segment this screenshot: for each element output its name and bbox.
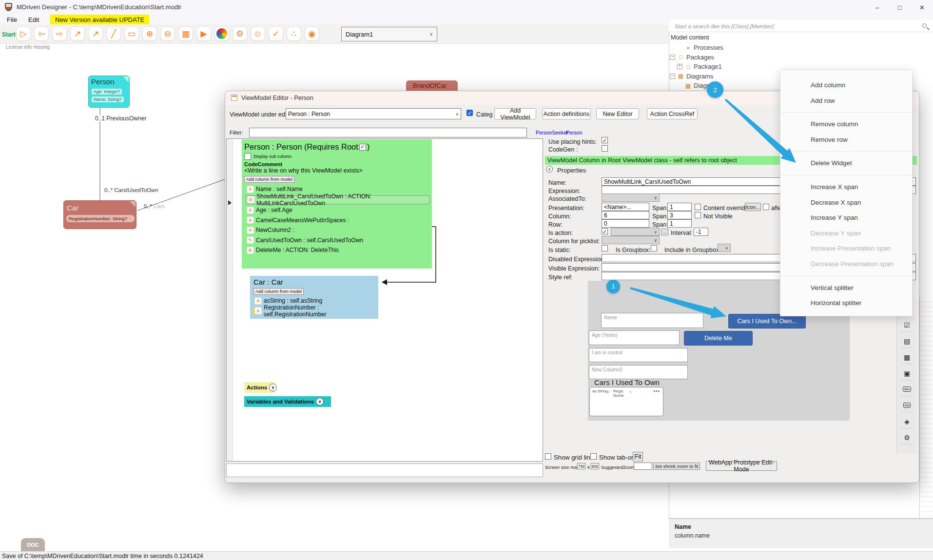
add-viewmodel-button[interactable]: Add ViewModel (494, 108, 536, 119)
codegen-checkbox[interactable] (602, 145, 608, 152)
variables-validations-bar[interactable]: Variables and Validations ∨ (244, 396, 331, 407)
row-field[interactable] (602, 219, 649, 228)
use-placing-hints-checkbox[interactable] (602, 137, 608, 143)
start-label[interactable]: Start! (2, 31, 17, 38)
presentation-field[interactable] (602, 203, 649, 211)
run-play-icon[interactable]: ▷ (16, 26, 31, 41)
viewmodel-column-row[interactable]: CarsIUsedToOwn : self.CarsIUsedToOwn (246, 236, 429, 245)
filter-input[interactable] (249, 128, 527, 137)
viewmodel-column-row[interactable]: CamelCaseMeansWePutInSpaces : (246, 216, 429, 225)
requires-root-checkbox[interactable] (359, 144, 366, 151)
webapp-prototype-button[interactable]: WebApp Prototype Edit-Mode (706, 461, 777, 471)
context-menu-item[interactable]: Decrease X span (780, 195, 912, 211)
association-arrow-icon[interactable]: ↗ (70, 26, 85, 41)
show-tab-order-checkbox[interactable] (590, 453, 597, 460)
ellipsis-button[interactable]: ... (661, 229, 668, 235)
window-grid-icon[interactable]: ▦ (178, 26, 193, 41)
viewmodel-column-row[interactable]: NewColumn2 : (246, 226, 429, 234)
actions-rosette-icon[interactable]: ◉ (305, 26, 319, 41)
context-menu-item[interactable]: Remove row (780, 132, 912, 148)
is-groupbox-checkbox[interactable] (651, 245, 657, 251)
action-select[interactable]: ∨ (611, 228, 660, 236)
button-widget-icon[interactable]: btn (900, 383, 914, 396)
not-visible-checkbox[interactable] (695, 212, 701, 218)
content-override-checkbox[interactable] (695, 204, 701, 210)
column-field[interactable] (602, 211, 649, 219)
window-run-icon[interactable]: ▶ (196, 26, 211, 41)
include-groupbox-select[interactable]: ∨ (718, 244, 731, 252)
context-menu-item[interactable]: Increase Presentation span (780, 241, 912, 256)
context-menu-item[interactable]: Vertical splitter (780, 280, 912, 296)
tree-expander[interactable]: + (677, 64, 682, 69)
settings-gears-icon[interactable]: ⚙ (233, 26, 247, 41)
maximize-button[interactable]: □ (889, 0, 911, 15)
tree-expander[interactable]: − (670, 74, 675, 79)
context-menu-item[interactable]: Remove column (780, 116, 912, 132)
color-wheel-icon[interactable] (214, 26, 229, 41)
preview-age-field[interactable]: Age (Years) (589, 330, 680, 345)
diagram-selector[interactable]: Diagram1 ∨ (341, 27, 437, 41)
viewmodel-column-row[interactable]: DeleteMe : ACTION: DeleteThis (246, 246, 429, 254)
collapse-properties-icon[interactable]: ∧ (546, 166, 553, 173)
car-viewmodel-class-box[interactable]: Car : Car Add column from model asString… (250, 276, 378, 319)
span-y-field[interactable] (667, 211, 692, 219)
preview-cars-grid[interactable]: as String ▼ Regis Numb ▼ ••• (589, 387, 663, 416)
show-grid-lines-checkbox[interactable] (545, 453, 551, 460)
is-action-checkbox[interactable] (602, 228, 608, 234)
calendar-widget-icon[interactable]: ▦ (900, 350, 914, 364)
context-menu-item[interactable]: Add column (780, 77, 912, 93)
screen-width-field[interactable] (577, 463, 585, 469)
context-menu-item[interactable]: Delete Widget (780, 155, 912, 171)
span-x-field[interactable] (667, 203, 692, 211)
viewmodel-window-icon[interactable]: ▭ (124, 26, 139, 41)
add-column-from-model-button[interactable]: Add column from model (253, 288, 304, 295)
nav-back-icon[interactable]: ⇦ (34, 26, 49, 41)
actions-section-bar[interactable]: Actions ∨ (244, 382, 274, 393)
viewport-widget-icon[interactable]: ⚙ (900, 431, 914, 444)
filter-icon[interactable]: ▼ (629, 390, 632, 394)
personseeker-link[interactable]: PersonSeeker (536, 130, 568, 135)
interval-field[interactable] (694, 228, 708, 236)
doc-tab[interactable]: DOC (21, 538, 45, 552)
new-editor-button[interactable]: New Editor (596, 108, 639, 119)
dashed-line-icon[interactable]: ╱ (106, 26, 121, 41)
action-crossref-button[interactable]: Action CrossRef (647, 108, 698, 119)
person-link[interactable]: Person (566, 130, 582, 135)
display-sub-column-checkbox[interactable] (244, 153, 251, 160)
preview-name-field[interactable]: Name (601, 313, 703, 328)
viewmodel-column-row[interactable]: Age : self.Age (246, 206, 429, 214)
dropdown-widget-icon[interactable]: ▤ (900, 334, 914, 348)
suggested-zoom-field[interactable] (634, 463, 652, 470)
filter-icon[interactable]: ▼ (607, 390, 610, 394)
after-checkbox[interactable] (763, 204, 769, 210)
tree-expander[interactable]: − (670, 55, 675, 60)
context-menu-item[interactable]: Increase X span (780, 179, 912, 195)
screen-height-field[interactable] (591, 463, 599, 469)
is-static-checkbox[interactable] (602, 245, 608, 251)
picklist-select[interactable]: ∨ (602, 236, 660, 244)
context-menu-item[interactable]: Add row (780, 93, 912, 109)
zoom-out-icon[interactable]: ⊖ (160, 26, 175, 41)
context-menu-item[interactable]: Increase Y span (780, 210, 912, 226)
viewmodel-column-row[interactable]: Name : self.Name (246, 185, 429, 193)
update-banner[interactable]: New Version available UPDATE (50, 15, 149, 24)
associatedto-select[interactable]: ∨ (602, 193, 660, 202)
chevron-down-icon[interactable]: ∨ (316, 398, 324, 406)
checkbox-widget-icon[interactable]: ☑ (900, 318, 914, 332)
fit-button[interactable]: Fit (633, 452, 643, 462)
class-tree-icon[interactable]: ∴ (287, 26, 301, 41)
viewmodel-column-row[interactable]: RegistrationNumber : self.RegistrationNu… (253, 307, 375, 315)
menu-edit[interactable]: Edit (25, 15, 42, 24)
action-definitions-button[interactable]: Action definitions (542, 108, 591, 119)
viewmodel-combo[interactable]: Person : Person ∨ (286, 108, 461, 119)
delete-me-button[interactable]: Delete Me (684, 331, 753, 346)
root-viewmodel-class-box[interactable]: Person : Person (Requires Root ) Display… (242, 139, 432, 269)
tree-item[interactable]: − Packages (670, 53, 816, 62)
zoom-in-icon[interactable]: ⊕ (142, 26, 157, 41)
preview-newcolumn2-field[interactable]: New Column2 (589, 365, 688, 379)
preview-control-field[interactable]: I am in control (589, 348, 688, 362)
close-button[interactable]: ✕ (911, 0, 933, 15)
menu-file[interactable]: File (4, 15, 20, 24)
grid-menu-icon[interactable]: ••• (653, 388, 660, 394)
add-column-from-model-button[interactable]: Add column from model (244, 176, 294, 183)
